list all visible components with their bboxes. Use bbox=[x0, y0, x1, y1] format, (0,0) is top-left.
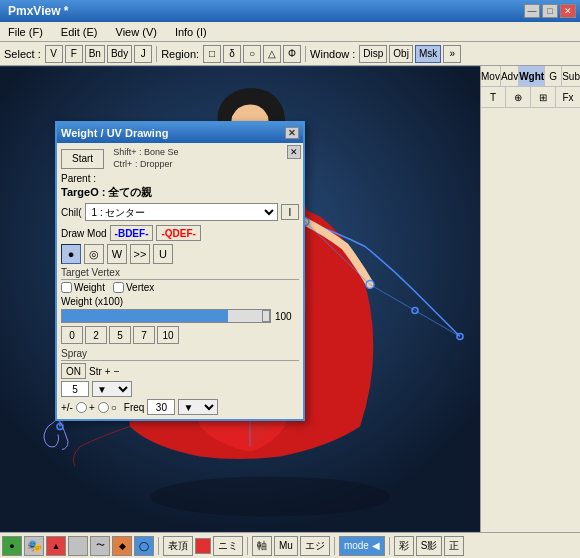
icon-w-button[interactable]: W bbox=[107, 244, 127, 264]
panel-adv[interactable]: Adv bbox=[501, 66, 519, 86]
toolbar: Select : V F Bn Bdy J Region: □ δ ○ △ Φ … bbox=[0, 42, 580, 66]
status-bar: ● 🎭 ▲ 〜 ◆ ◯ 表頂 ニミ 軸 Mu エジ mode ◀ 彩 S影 正 bbox=[0, 532, 580, 558]
weight-uv-dialog: Weight / UV Drawing ✕ Start Shift+ : Bon… bbox=[55, 121, 305, 421]
select-bn-button[interactable]: Bn bbox=[85, 45, 105, 63]
start-button[interactable]: Start bbox=[61, 149, 104, 169]
window-disp[interactable]: Disp bbox=[359, 45, 387, 63]
weight-checkbox[interactable] bbox=[61, 282, 72, 293]
status-correct-btn[interactable]: 正 bbox=[444, 536, 464, 556]
plus-radio[interactable] bbox=[76, 402, 87, 413]
status-multi-btn[interactable]: Mu bbox=[274, 536, 298, 556]
shape-circle[interactable]: ○ bbox=[243, 45, 261, 63]
child-select[interactable]: 1 : センター bbox=[85, 203, 278, 221]
minus-radio[interactable] bbox=[98, 402, 109, 413]
num-0-button[interactable]: 0 bbox=[61, 326, 83, 344]
menu-view[interactable]: View (V) bbox=[112, 24, 161, 40]
status-mode-btn[interactable]: mode ◀ bbox=[339, 536, 385, 556]
target-vertex-label: Target Vertex bbox=[61, 267, 299, 280]
select-v-button[interactable]: V bbox=[45, 45, 63, 63]
dialog-title-bar[interactable]: Weight / UV Drawing ✕ bbox=[57, 123, 303, 143]
menu-file[interactable]: File (F) bbox=[4, 24, 47, 40]
app-title: PmxView * bbox=[4, 4, 68, 18]
status-nimi-btn[interactable]: ニミ bbox=[213, 536, 243, 556]
dialog-close-button[interactable]: ✕ bbox=[285, 127, 299, 139]
num-5-button[interactable]: 5 bbox=[109, 326, 131, 344]
status-icon-red[interactable]: ▲ bbox=[46, 536, 66, 556]
status-sep3 bbox=[334, 537, 335, 555]
panel-wght[interactable]: Wght bbox=[519, 66, 545, 86]
weight-x100-label: Weight (x100) bbox=[61, 296, 299, 307]
status-s-btn[interactable]: S影 bbox=[416, 536, 443, 556]
weight-slider[interactable] bbox=[61, 309, 271, 323]
target-label: TargeO : 全ての親 bbox=[61, 185, 299, 200]
window-obj[interactable]: Obj bbox=[389, 45, 413, 63]
spray-combo[interactable]: ▼ bbox=[92, 381, 132, 397]
sep2 bbox=[305, 46, 306, 62]
icon-dot-button[interactable]: ● bbox=[61, 244, 81, 264]
draw-mode-label: Draw Mod bbox=[61, 228, 107, 239]
maximize-button[interactable]: □ bbox=[542, 4, 558, 18]
freq-value-input[interactable] bbox=[147, 399, 175, 415]
spray-str-label: Str bbox=[89, 366, 102, 377]
menu-info[interactable]: Info (I) bbox=[171, 24, 211, 40]
icon-circle-button[interactable]: ◎ bbox=[84, 244, 104, 264]
spray-on-button[interactable]: ON bbox=[61, 363, 86, 379]
status-axis-btn[interactable]: 軸 bbox=[252, 536, 272, 556]
region-label: Region: bbox=[161, 48, 199, 60]
bdef-button[interactable]: -BDEF- bbox=[110, 225, 154, 241]
qdef-button[interactable]: -QDEF- bbox=[156, 225, 200, 241]
panel-g[interactable]: G bbox=[545, 66, 562, 86]
status-icon-gray bbox=[68, 536, 88, 556]
viewport[interactable]: Weight / UV Drawing ✕ Start Shift+ : Bon… bbox=[0, 66, 480, 532]
freq-row: +/- + ○ Freq ▼ bbox=[61, 399, 299, 415]
vertex-checkbox[interactable] bbox=[113, 282, 124, 293]
select-bdy-button[interactable]: Bdy bbox=[107, 45, 132, 63]
panel-sub[interactable]: Sub bbox=[562, 66, 580, 86]
status-edge-btn[interactable]: エジ bbox=[300, 536, 330, 556]
num-2-button[interactable]: 2 bbox=[85, 326, 107, 344]
close-button[interactable]: ✕ bbox=[560, 4, 576, 18]
menu-edit[interactable]: Edit (E) bbox=[57, 24, 102, 40]
panel-mov[interactable]: Mov bbox=[481, 66, 501, 86]
select-f-button[interactable]: F bbox=[65, 45, 83, 63]
svg-point-1 bbox=[150, 477, 390, 517]
status-shadow-btn[interactable]: 彩 bbox=[394, 536, 414, 556]
panel-t[interactable]: T bbox=[481, 87, 506, 107]
select-label: Select : bbox=[4, 48, 41, 60]
toolbar-extend[interactable]: » bbox=[443, 45, 461, 63]
plus-minus-label: +/- bbox=[61, 402, 73, 413]
child-i-button[interactable]: I bbox=[281, 204, 299, 220]
num-10-button[interactable]: 10 bbox=[157, 326, 179, 344]
shape-square[interactable]: □ bbox=[203, 45, 221, 63]
dialog-body: Start Shift+ : Bone Se Ctrl+ : Dropper ✕… bbox=[57, 143, 303, 419]
weight-check-label: Weight bbox=[74, 282, 105, 293]
panel-cross[interactable]: ⊕ bbox=[506, 87, 531, 107]
menu-bar: File (F) Edit (E) View (V) Info (I) bbox=[0, 22, 580, 42]
status-red-box bbox=[195, 538, 211, 554]
child-label: Chil( bbox=[61, 207, 82, 218]
dialog-title-text: Weight / UV Drawing bbox=[61, 127, 168, 139]
select-j-button[interactable]: J bbox=[134, 45, 152, 63]
inner-close-button[interactable]: ✕ bbox=[287, 145, 301, 159]
status-table-btn[interactable]: 表頂 bbox=[163, 536, 193, 556]
icon-u-button[interactable]: U bbox=[153, 244, 173, 264]
plus-radio-label: + bbox=[89, 402, 95, 413]
window-controls: — □ ✕ bbox=[524, 4, 576, 18]
spray-plus-label: + bbox=[105, 366, 111, 377]
shape-delta[interactable]: δ bbox=[223, 45, 241, 63]
panel-grid[interactable]: ⊞ bbox=[531, 87, 556, 107]
freq-combo[interactable]: ▼ bbox=[178, 399, 218, 415]
vertex-check-label: Vertex bbox=[126, 282, 154, 293]
minimize-button[interactable]: — bbox=[524, 4, 540, 18]
shape-triangle[interactable]: △ bbox=[263, 45, 281, 63]
panel-fx[interactable]: Fx bbox=[556, 87, 580, 107]
window-msk[interactable]: Msk bbox=[415, 45, 441, 63]
window-label: Window : bbox=[310, 48, 355, 60]
num-7-button[interactable]: 7 bbox=[133, 326, 155, 344]
icon-arrows-button[interactable]: >> bbox=[130, 244, 150, 264]
status-icon-green[interactable]: ● bbox=[2, 536, 22, 556]
freq-label: Freq bbox=[124, 402, 145, 413]
shape-phi[interactable]: Φ bbox=[283, 45, 301, 63]
status-sep2 bbox=[247, 537, 248, 555]
spray-value-input[interactable] bbox=[61, 381, 89, 397]
